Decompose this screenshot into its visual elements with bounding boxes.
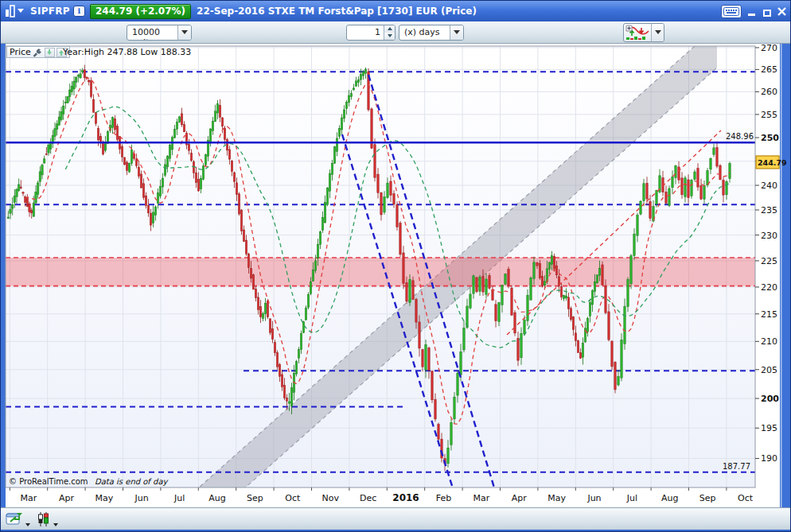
candle-body xyxy=(131,150,132,163)
interval-down-icon[interactable] xyxy=(384,33,395,40)
candle-body xyxy=(362,72,364,76)
candle-body xyxy=(64,103,66,103)
candle-body xyxy=(162,178,163,187)
candle-body xyxy=(716,148,718,167)
candle-body xyxy=(257,297,259,310)
candle-body xyxy=(37,183,38,194)
candle-body xyxy=(605,287,606,313)
candle-body xyxy=(68,90,70,96)
candle-body xyxy=(498,303,500,322)
interval-unit-select[interactable]: (x) days xyxy=(399,25,464,41)
candle-body xyxy=(228,150,230,159)
candle-body xyxy=(209,129,211,143)
y-tick-label: 190 xyxy=(761,453,777,464)
interval-stepper[interactable]: 1 xyxy=(346,25,396,41)
level-label: 187.77 xyxy=(723,462,750,471)
prorealtime-window: SIPFRP i 244.79 (+2.07%) 22-Sep-2016 STX… xyxy=(0,0,791,532)
candle-body xyxy=(326,188,328,204)
candle-body xyxy=(312,270,314,282)
candle-body xyxy=(300,333,302,349)
candle-body xyxy=(544,282,545,285)
info-icon[interactable]: i xyxy=(73,6,85,17)
right-frame-highlight xyxy=(781,44,782,507)
units-dropdown-icon[interactable] xyxy=(177,25,191,40)
candle-body xyxy=(627,279,629,306)
candle-body xyxy=(572,316,574,329)
candle-body xyxy=(88,80,89,82)
candle-body xyxy=(114,119,115,130)
candle-body xyxy=(357,80,359,83)
candle-body xyxy=(295,362,297,375)
y-tick-label: 235 xyxy=(761,205,777,216)
chart-style-icon[interactable] xyxy=(37,511,58,527)
candle-body xyxy=(495,305,497,321)
keyboard-icon[interactable] xyxy=(721,5,742,18)
candle-body xyxy=(135,159,137,166)
x-tick-label: Jul xyxy=(173,493,185,503)
candle-body xyxy=(41,165,43,175)
y-tick-label: 265 xyxy=(761,64,777,75)
y-tick-label: 240 xyxy=(761,181,777,191)
publish-chart-icon[interactable] xyxy=(6,511,30,527)
y-tick-label: 220 xyxy=(761,282,777,293)
candle-body xyxy=(343,110,345,118)
candle-body xyxy=(703,185,705,199)
candle-body xyxy=(668,188,670,205)
chart-type-button[interactable] xyxy=(623,23,664,42)
candle-body xyxy=(577,340,579,352)
candle-body xyxy=(598,268,600,275)
candle-body xyxy=(700,185,702,199)
volume-chart-icon[interactable] xyxy=(5,5,25,17)
candle-body xyxy=(262,313,263,318)
price-chart-canvas[interactable]: 187.77248.962702652602552502402352302252… xyxy=(1,44,791,507)
candle-body xyxy=(454,397,455,419)
candle-body xyxy=(602,265,603,285)
candle-body xyxy=(530,278,532,301)
candle-body xyxy=(713,148,715,154)
x-tick-label: Feb xyxy=(436,493,451,503)
candle-body xyxy=(56,124,57,130)
candle-body xyxy=(355,81,357,87)
candle-body xyxy=(33,203,34,216)
candle-body xyxy=(97,128,99,140)
maximize-button[interactable] xyxy=(762,6,772,17)
candle-body xyxy=(26,198,28,207)
left-frame xyxy=(1,44,6,507)
candle-body xyxy=(691,181,692,196)
candle-body xyxy=(463,328,465,350)
x-tick-label: May xyxy=(547,493,566,503)
candle-body xyxy=(688,180,689,198)
candle-body xyxy=(633,234,635,255)
chart-type-dropdown-icon[interactable] xyxy=(651,24,664,41)
candle-body xyxy=(492,290,493,301)
candle-body xyxy=(39,172,41,181)
candle-body xyxy=(575,333,576,341)
candle-body xyxy=(710,158,711,169)
candle-body xyxy=(29,204,30,212)
y-tick-label: 200 xyxy=(761,394,779,404)
candle-body xyxy=(212,122,213,131)
close-button[interactable] xyxy=(777,6,787,17)
candle-body xyxy=(18,184,19,191)
candle-body xyxy=(173,130,175,138)
candle-body xyxy=(624,306,625,344)
units-select[interactable]: 10000 units xyxy=(127,25,192,41)
interval-unit-dropdown-icon[interactable] xyxy=(450,25,463,40)
symbol-name[interactable]: SIPFRP xyxy=(30,6,70,17)
interval-up-icon[interactable] xyxy=(384,25,395,33)
move-down-icon[interactable] xyxy=(45,48,55,57)
candle-body xyxy=(67,96,68,103)
price-settings-wrench-icon[interactable] xyxy=(33,48,43,57)
candle-body xyxy=(447,448,449,464)
candle-body xyxy=(505,274,506,285)
candle-body xyxy=(553,256,555,269)
y-tick-label: 215 xyxy=(761,309,777,320)
candle-body xyxy=(396,204,398,227)
minimize-button[interactable] xyxy=(746,6,757,17)
candle-body xyxy=(102,144,103,154)
candle-body xyxy=(470,294,471,308)
candle-body xyxy=(238,194,240,214)
price-indicator-chip[interactable]: Price xyxy=(6,46,70,58)
candle-body xyxy=(387,183,388,197)
candle-body xyxy=(147,206,149,213)
